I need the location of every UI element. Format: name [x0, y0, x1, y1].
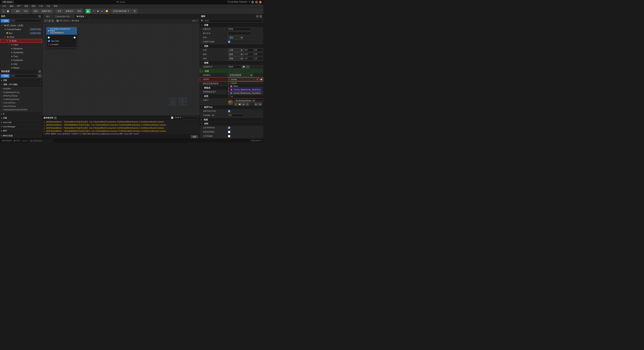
func-setupanim[interactable]: ƒ SetUpdateAnimationInEditor — [0, 108, 42, 111]
my-bp-settings[interactable]: ⚙ — [38, 74, 42, 78]
menu-edit[interactable]: 编辑 — [8, 4, 15, 8]
breadcrumb-next[interactable]: ▶ — [51, 19, 54, 22]
console-input[interactable] — [183, 116, 198, 119]
bp-node-setanim[interactable]: ⚙ Set Update Animation in Editor 目标是骨骼网格… — [46, 27, 77, 47]
pin-exec-in[interactable] — [47, 36, 50, 39]
e-add[interactable]: + — [40, 113, 41, 115]
find-button[interactable]: 查找 — [32, 9, 39, 13]
status-console-input[interactable] — [29, 139, 52, 142]
tree-item-box[interactable]: 📦 Box 在蓝图中编辑 — [0, 31, 42, 35]
close-button[interactable]: × — [259, 1, 262, 3]
pos-x[interactable] — [244, 48, 253, 52]
rot-y[interactable] — [254, 53, 263, 56]
status-cmd[interactable]: Cmd ▼ — [22, 140, 28, 142]
my-bp-close[interactable]: × — [38, 70, 41, 73]
fabric-header[interactable]: ▼ 布料 — [200, 122, 263, 126]
tree-item-eyebrows[interactable]: ◈ Eyebrows — [0, 58, 42, 62]
tree-item-convai[interactable]: ⚙ ConvaiChatbot 在蓝图中编辑 — [0, 27, 42, 31]
simulate-button[interactable]: 模拟 — [76, 9, 83, 13]
transform-header[interactable]: ▼ 变换 — [200, 44, 263, 48]
toolbar-icon-btn[interactable]: 🔧 — [1, 9, 6, 13]
tree-item-face[interactable]: ▼ ◈ Face — [0, 43, 42, 47]
cloth-actor-checkbox[interactable] — [228, 127, 230, 129]
menu-tools[interactable]: 工具 — [38, 4, 44, 8]
mat-btn-edit[interactable]: ✏ — [234, 103, 238, 106]
tick-header[interactable]: ▼ 组件Tick — [200, 105, 263, 109]
details-close[interactable]: × — [259, 15, 262, 18]
add-blueprint-button[interactable]: + 添加 — [1, 74, 10, 78]
category-select[interactable]: 默认 — [228, 36, 244, 39]
vars2-add[interactable]: + — [40, 117, 41, 119]
dd-clear-icon[interactable]: × — [229, 82, 230, 84]
mat-btn-browse[interactable]: 📁 — [238, 103, 242, 106]
mat-btn-right2[interactable]: ◀ — [258, 103, 262, 106]
tab-event-close[interactable]: × — [85, 15, 86, 17]
settings-button[interactable]: 设置 — [56, 9, 63, 13]
func-hairlod[interactable]: ƒ HairLODSetup — [0, 104, 42, 108]
menu-help[interactable]: 帮助 — [52, 4, 59, 8]
blueprint-btn[interactable]: 蓝图优先 — [64, 9, 75, 13]
anim-class-field[interactable]: × ▼ — [228, 78, 259, 81]
output-log-btn[interactable]: 📄 — [171, 116, 174, 119]
scale-unit-select[interactable]: 缩放 — [228, 57, 244, 60]
hide-unrelated-button[interactable]: 隐藏不相关 — [40, 9, 53, 13]
components-sub-header[interactable]: ▶ 组件 — [0, 129, 42, 133]
skip-button[interactable]: ⏭ — [100, 9, 104, 13]
socket-folder-btn[interactable]: 📁 — [242, 65, 246, 68]
anim-class-browse[interactable]: 📁 — [260, 78, 263, 81]
material-select[interactable]: M_BodySynthesized — [234, 99, 255, 102]
status-output-log[interactable]: 输出日志 — [14, 139, 20, 142]
minimize-button[interactable]: — — [251, 1, 254, 3]
toolbar-save-icon[interactable]: 💾 — [6, 9, 10, 13]
my-bp-search[interactable] — [10, 74, 37, 78]
breadcrumb-prev[interactable]: ◀ — [48, 19, 51, 22]
tree-item-body[interactable]: ▼ ◈ Body — [0, 39, 42, 43]
clear-button[interactable]: 清除 — [191, 135, 198, 138]
variables-details-header[interactable]: ▼ 变量 — [200, 23, 263, 27]
functions-add[interactable]: + — [40, 84, 41, 86]
tree-item-beard[interactable]: ◈ Beard — [0, 66, 42, 69]
menu-asset[interactable]: 资产 — [16, 4, 22, 8]
varname-input[interactable] — [228, 27, 251, 31]
status-content-menu[interactable]: 内容内容菜单 — [2, 139, 12, 142]
sockets-header[interactable]: ▼ 插槽 — [200, 61, 263, 65]
anim-class-search[interactable] — [231, 78, 256, 80]
anim-mode-select[interactable]: 使用动画蓝图 — [228, 73, 253, 77]
dd-item-face[interactable]: Convai_MetaHuman_FaceAnim — [228, 91, 263, 95]
tick-interval-input[interactable] — [228, 114, 244, 117]
stop-button[interactable]: ⏹ — [96, 9, 100, 13]
compile-button[interactable]: ✓ 编译 — [12, 9, 22, 13]
socket-clear-btn[interactable]: × — [246, 65, 250, 68]
e-section-header[interactable]: ▶ E + — [0, 112, 42, 116]
tree-item-hair[interactable]: ◈ Hair — [0, 62, 42, 66]
components-search[interactable] — [10, 19, 42, 22]
variables-add[interactable]: + — [40, 79, 41, 81]
anim-class-dropdown-arrow[interactable]: ▼ — [256, 78, 258, 80]
advanced-header[interactable]: ▶ 高级 — [200, 118, 263, 122]
livelink-section-header[interactable]: ▶ Live Link — [0, 120, 42, 124]
tab-construct[interactable]: Construction Scr... — [53, 14, 74, 18]
parent-socket-input[interactable] — [228, 65, 242, 68]
pin-exec-out[interactable] — [73, 36, 76, 39]
node-checkbox[interactable] — [48, 40, 50, 42]
func-livelink[interactable]: ƒ LiveLinkSetup — [0, 101, 42, 104]
edit-icon[interactable]: ✎ — [248, 1, 250, 3]
components-close[interactable]: × — [38, 15, 41, 18]
mat-btn-more[interactable]: ▼ — [246, 103, 249, 106]
status-saved[interactable]: 所有已保存 ▼ — [251, 139, 262, 142]
frame-skip[interactable]: ⏩ — [105, 9, 109, 13]
pos-y[interactable] — [254, 48, 263, 52]
tick-enable-checkbox[interactable] — [228, 110, 230, 112]
breadcrumb-root[interactable]: BP_Gavin — [60, 20, 68, 22]
vars2-section-header[interactable]: ▶ 变量 + — [0, 116, 42, 120]
mat-btn-arrow[interactable]: ▶ — [242, 103, 245, 106]
liveretarget-section-header[interactable]: ▶ Live Retarget — [0, 124, 42, 129]
tab-viewport[interactable]: 视口 — [44, 14, 52, 18]
diff-button[interactable]: 对比 — [22, 9, 30, 13]
pause-button[interactable]: ⏸ — [91, 9, 96, 13]
maximize-button[interactable]: □ — [255, 1, 258, 3]
camera-button[interactable]: 📷 — [132, 9, 138, 13]
func-construct[interactable]: ƒ 构造脚本 — [0, 87, 42, 90]
tree-item-root[interactable]: ▼ ◉ Root — [0, 35, 42, 39]
displaytext-input[interactable] — [228, 32, 251, 35]
